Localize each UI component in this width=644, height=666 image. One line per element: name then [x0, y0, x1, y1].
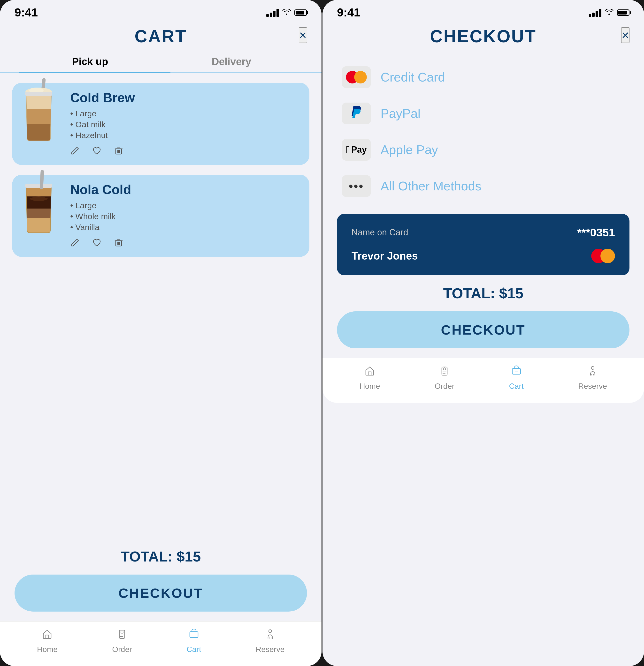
battery-icon-checkout [617, 10, 629, 16]
close-button[interactable]: × [299, 27, 307, 43]
card-mastercard-icon [591, 249, 615, 263]
total-section: TOTAL: $15 [0, 543, 322, 570]
nav-home-label: Home [37, 645, 57, 654]
cart-item-cold-brew: Cold Brew Large Oat milk Hazelnut [12, 83, 309, 165]
item-actions-nola [70, 238, 300, 250]
svg-rect-11 [26, 218, 51, 233]
favorite-button-cold-brew[interactable] [92, 146, 102, 158]
checkout-button[interactable]: CHECKOUT [15, 575, 307, 612]
screen-content: CART × Pick up Delivery [0, 21, 322, 666]
header: CART × [0, 21, 322, 49]
checkout-confirm-button[interactable]: CHECKOUT [337, 311, 629, 348]
cart-items-list: Cold Brew Large Oat milk Hazelnut [0, 73, 322, 543]
checkout-nav-cart-label: Cart [509, 382, 523, 391]
card-row-top: Name on Card ***0351 [352, 226, 615, 239]
item-image-nola [19, 168, 63, 230]
status-bar: 9:41 [0, 0, 322, 21]
status-icons-checkout [589, 8, 629, 17]
item-details-cold-brew: Cold Brew Large Oat milk Hazelnut [70, 90, 300, 158]
applepay-icon: Pay [346, 144, 367, 156]
status-time: 9:41 [15, 6, 38, 19]
item-image-cold-brew [19, 75, 63, 138]
item-actions-cold-brew [70, 146, 300, 158]
checkout-phone: 9:41 CHECKOUT × [322, 0, 644, 666]
delete-button-cold-brew[interactable] [114, 146, 123, 158]
credit-card-display: Name on Card ***0351 Trevor Jones [337, 214, 629, 275]
checkout-bottom-nav: Home Order [322, 358, 644, 403]
favorite-button-nola[interactable] [92, 238, 102, 250]
item-details-nola: Nola Cold Large Whole milk Vanilla [70, 182, 300, 250]
page-title: CART [135, 27, 187, 46]
battery-icon [294, 10, 307, 16]
checkout-nav-home[interactable]: Home [359, 366, 380, 391]
status-time-checkout: 9:41 [337, 6, 360, 19]
item-name-cold-brew: Cold Brew [70, 90, 300, 105]
checkout-order-icon [439, 366, 450, 379]
nav-reserve-label: Reserve [256, 645, 285, 654]
checkout-nav-home-label: Home [359, 382, 380, 391]
svg-rect-12 [25, 184, 52, 188]
nav-order-label: Order [112, 645, 132, 654]
tab-indicator [19, 72, 170, 73]
checkout-nav-cart[interactable]: Cart [509, 366, 523, 391]
mc-orange-circle [354, 71, 367, 84]
svg-rect-3 [26, 95, 51, 109]
option-milk-nola: Whole milk [70, 212, 300, 221]
paypal-icon [350, 105, 363, 122]
total-amount: TOTAL: $15 [121, 548, 201, 565]
nav-home[interactable]: Home [37, 629, 57, 654]
option-flavor-nola: Vanilla [70, 223, 300, 232]
nav-reserve[interactable]: Reserve [256, 629, 285, 654]
payment-method-credit-card[interactable]: Credit Card [337, 59, 629, 95]
tab-delivery[interactable]: Delivery [161, 51, 302, 72]
reserve-icon [265, 629, 276, 643]
card-label: Name on Card [352, 227, 408, 238]
svg-rect-15 [119, 630, 125, 638]
mastercard-icon [346, 71, 367, 84]
option-milk: Oat milk [70, 120, 300, 129]
cart-phone: 9:41 CART × Pick up De [0, 0, 322, 666]
wifi-icon-checkout [605, 8, 613, 17]
checkout-page-title: CHECKOUT [430, 27, 537, 46]
nav-order[interactable]: Order [112, 629, 132, 654]
checkout-total-amount: TOTAL: $15 [443, 285, 523, 301]
svg-rect-10 [26, 209, 51, 218]
card-holder-name: Trevor Jones [352, 250, 418, 262]
checkout-total-section: TOTAL: $15 [322, 280, 644, 306]
payment-methods-list: Credit Card PayPal  [322, 49, 644, 209]
credit-card-label: Credit Card [380, 70, 445, 84]
payment-method-applepay[interactable]: Pay Apple Pay [337, 132, 629, 168]
bottom-nav: Home Order [0, 621, 322, 666]
item-options-cold-brew: Large Oat milk Hazelnut [70, 109, 300, 140]
payment-method-paypal[interactable]: PayPal [337, 95, 629, 132]
tabs-container: Pick up Delivery [0, 51, 322, 73]
svg-rect-6 [25, 92, 52, 96]
option-flavor: Hazelnut [70, 130, 300, 140]
checkout-nav-order[interactable]: Order [435, 366, 454, 391]
order-icon [116, 629, 128, 643]
svg-rect-4 [26, 109, 51, 124]
nav-cart-label: Cart [186, 645, 201, 654]
other-icon-box: ••• [342, 175, 371, 197]
checkout-home-icon [364, 366, 375, 379]
applepay-label: Apple Pay [380, 142, 438, 157]
svg-rect-8 [26, 187, 51, 196]
checkout-close-button[interactable]: × [621, 27, 629, 43]
checkout-screen-content: CHECKOUT × Credit Card [322, 21, 644, 666]
cart-item-nola: Nola Cold Large Whole milk Vanilla [12, 175, 309, 257]
svg-rect-17 [190, 632, 198, 637]
nav-cart[interactable]: Cart [186, 629, 201, 654]
svg-point-21 [443, 368, 446, 370]
status-icons [266, 8, 307, 17]
item-name-nola: Nola Cold [70, 182, 300, 197]
more-icon: ••• [349, 179, 364, 193]
tab-pickup[interactable]: Pick up [19, 51, 161, 72]
edit-button-cold-brew[interactable] [70, 146, 80, 158]
wifi-icon [282, 8, 291, 17]
credit-card-icon-box [342, 66, 371, 88]
delete-button-nola[interactable] [114, 238, 123, 250]
edit-button-nola[interactable] [70, 238, 80, 250]
payment-method-other[interactable]: ••• All Other Methods [337, 168, 629, 204]
checkout-nav-reserve[interactable]: Reserve [578, 366, 607, 391]
svg-point-19 [269, 630, 272, 633]
